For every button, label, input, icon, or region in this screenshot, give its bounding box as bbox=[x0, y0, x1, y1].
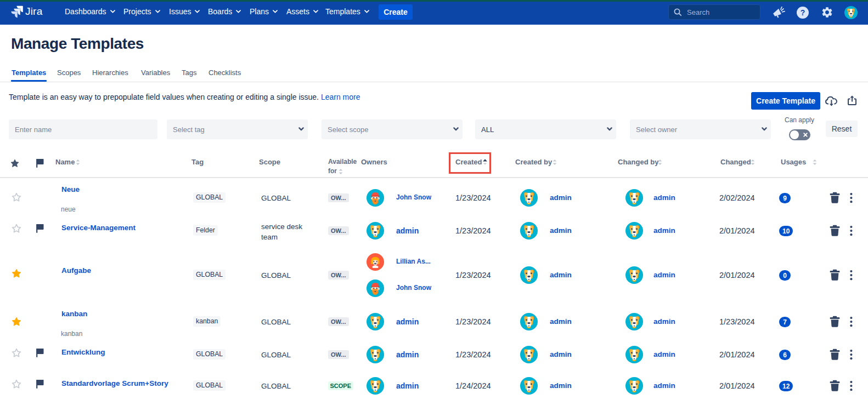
svg-text:?: ? bbox=[801, 8, 805, 17]
